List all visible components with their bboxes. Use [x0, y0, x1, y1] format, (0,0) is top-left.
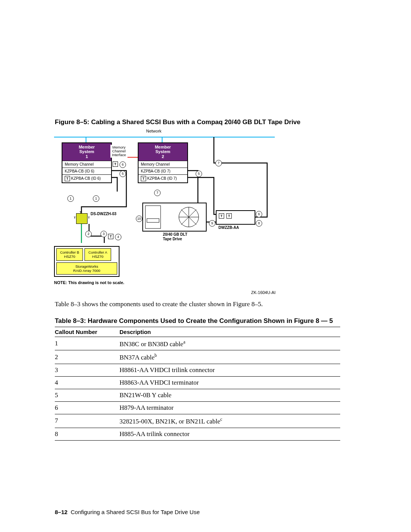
page-content: Figure 8–5: Cabling a Shared SCSI Bus wi… [55, 118, 340, 441]
cell-desc: H879-AA terminator [119, 401, 340, 414]
sys2-r3: T KZPBA-CB (ID 7) [139, 174, 187, 182]
storageworks: StorageWorksRAID Array 7000 [56, 262, 117, 275]
table-row: 3H8861-AA VHDCI trilink connector [55, 364, 340, 376]
t-icon: T [226, 213, 232, 219]
th-desc: Description [119, 327, 340, 337]
callout-5: 5 [119, 171, 126, 177]
cell-desc: H8863-AA VHDCI terminator [119, 376, 340, 389]
cell-callout: 8 [55, 428, 119, 440]
components-table: Callout Number Description 1BN38C or BN3… [55, 327, 340, 441]
controller-a: Controller AHSZ70 [84, 248, 111, 261]
table-row: 7328215-00X, BN21K, or BN21L cablec [55, 414, 340, 428]
figure-id: ZK-1604U-AI [55, 290, 276, 295]
svg-rect-10 [145, 206, 161, 228]
network-label: Network [146, 129, 161, 133]
diagram: Network Member System 1 Memory Channel K… [54, 129, 275, 285]
cell-callout: 4 [55, 376, 119, 389]
callout-3: 3 [100, 231, 107, 237]
paragraph: Table 8–3 shows the components used to c… [55, 300, 340, 308]
sys2-r2: KZPBA-CB (ID 7) [139, 168, 187, 174]
callout-6: 6 [256, 211, 262, 217]
svg-rect-11 [147, 219, 159, 222]
t-icon: T [141, 176, 146, 181]
sys1-r3-text: KZPBA-CB (ID 6) [71, 176, 101, 180]
t-icon: T [108, 234, 113, 239]
cell-desc: H885-AA trilink connector [119, 428, 340, 440]
cell-desc: BN37A cableb [119, 350, 340, 364]
sys2-header: Member System 2 [139, 143, 187, 161]
callout-6: 6 [119, 161, 126, 168]
cell-desc: 328215-00X, BN21K, or BN21L cablec [119, 414, 340, 428]
sys1-r1: Memory Channel [62, 161, 111, 168]
footer-title: Configuring a Shared SCSI Bus for Tape D… [71, 509, 200, 515]
sys1-h2: System [79, 149, 94, 154]
sys1-h1: Member [79, 145, 95, 149]
sys1-header: Member System 1 [62, 143, 111, 161]
callout-2: 2 [85, 231, 92, 237]
member-system-1: Member System 1 Memory Channel KZPBA-CB … [62, 142, 112, 183]
th-callout: Callout Number [55, 327, 119, 337]
mci-label: MemoryChannelInterface [110, 145, 127, 158]
sys2-h1: Member [155, 145, 171, 149]
table-row: 1BN38C or BN38D cablea [55, 337, 340, 350]
cell-desc: BN21W-0B Y cable [119, 389, 340, 401]
tape-drive [142, 203, 207, 232]
figure-title: Figure 8–5: Cabling a Shared SCSI Bus wi… [55, 118, 340, 126]
callout-7: 7 [215, 160, 222, 166]
sys2-h2: System [155, 149, 170, 154]
controller-b: Controller BHSZ70 [56, 248, 83, 261]
page-number: 8–12 [55, 509, 67, 515]
sys2-h3: 2 [162, 154, 164, 159]
callout-4: 4 [115, 234, 121, 240]
cell-desc: H8861-AA VHDCI trilink connector [119, 364, 340, 376]
callout-9: 9 [209, 220, 215, 227]
cell-callout: 1 [55, 337, 119, 350]
sys2-r3-text: KZPBA-CB (ID 7) [147, 176, 177, 180]
cell-callout: 5 [55, 389, 119, 401]
t-icon: T [219, 213, 224, 219]
sys1-r3: T KZPBA-CB (ID 6) [62, 174, 111, 182]
table-row: 2BN37A cableb [55, 350, 340, 364]
callout-10: 10 [136, 216, 142, 222]
sys1-r2: KZPBA-CB (ID 6) [62, 168, 111, 174]
callout-7: 7 [154, 190, 161, 196]
t-icon: T [113, 161, 118, 167]
dwzzb-box: T T [216, 210, 255, 225]
scale-note: NOTE: This drawing is not to scale. [54, 280, 124, 285]
callout-1: 1 [93, 195, 99, 202]
cell-callout: 3 [55, 364, 119, 376]
member-system-2: Member System 2 Memory Channel KZPBA-CB … [138, 142, 188, 183]
sys2-r1: Memory Channel [139, 161, 187, 168]
table-row: 8H885-AA trilink connector [55, 428, 340, 440]
table-row: 4H8863-AA VHDCI terminator [55, 376, 340, 389]
table-row: 5BN21W-0B Y cable [55, 389, 340, 401]
cell-callout: 2 [55, 350, 119, 364]
dwzzb-label: DWZZB-AA [218, 225, 239, 230]
table-title: Table 8–3: Hardware Components Used to C… [55, 317, 340, 325]
tape-label: 20/40 GB DLTTape Drive [163, 232, 187, 241]
dwzzh-hub: T T T [76, 213, 88, 224]
t-icon: T [65, 176, 70, 181]
raid-array: Controller BHSZ70 Controller AHSZ70 Stor… [54, 246, 119, 277]
callout-1: 1 [67, 195, 74, 202]
callout-8: 8 [256, 220, 262, 227]
cell-callout: 7 [55, 414, 119, 428]
cell-desc: BN38C or BN38D cablea [119, 337, 340, 350]
page-footer: 8–12 Configuring a Shared SCSI Bus for T… [55, 509, 200, 515]
callout-5: 5 [196, 171, 202, 177]
sys1-h3: 1 [86, 154, 88, 159]
dwzzh-label: DS-DWZZH-03 [91, 212, 116, 216]
cell-callout: 6 [55, 401, 119, 414]
table-row: 6H879-AA terminator [55, 401, 340, 414]
